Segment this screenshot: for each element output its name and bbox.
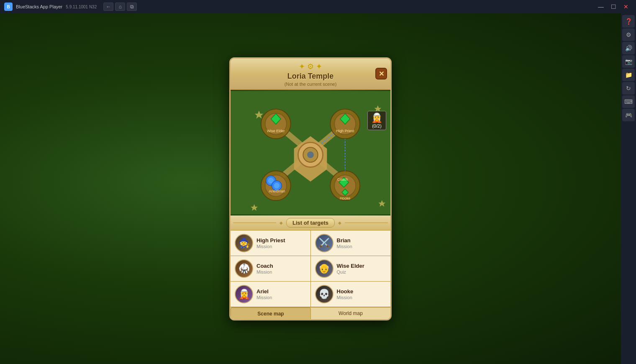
rotate-button[interactable]: ↻ bbox=[622, 82, 635, 95]
nav-controls: ← ⌂ ⧉ bbox=[103, 3, 137, 11]
target-name-wise-elder: Wise Elder bbox=[337, 263, 364, 269]
target-role-hooke: Mission bbox=[337, 295, 354, 300]
target-name-high-priest: High Priest bbox=[256, 237, 285, 244]
tab-world-map[interactable]: World map bbox=[311, 308, 390, 319]
target-avatar-high-priest: 🧙 bbox=[235, 234, 253, 252]
dialog-close-button[interactable]: ✕ bbox=[375, 68, 387, 79]
target-avatar-hooke: 💀 bbox=[315, 285, 333, 303]
settings-button[interactable]: ⚙ bbox=[622, 28, 635, 41]
svg-text:High Priest: High Priest bbox=[336, 128, 354, 133]
macro-button[interactable]: ⌨ bbox=[622, 95, 635, 108]
target-role-coach: Mission bbox=[256, 269, 273, 274]
tab-scene-map[interactable]: Scene map bbox=[231, 308, 311, 320]
diamond-right: ◆ bbox=[338, 220, 341, 225]
target-role-brian: Mission bbox=[337, 244, 352, 249]
svg-text:Hooke: Hooke bbox=[340, 196, 351, 200]
target-avatar-wise-elder: 👴 bbox=[315, 259, 333, 278]
window-controls: — ☐ ✕ bbox=[595, 3, 632, 11]
target-avatar-ariel: 🧝 bbox=[235, 285, 253, 303]
target-role-wise-elder: Quiz bbox=[337, 269, 364, 274]
svg-text:Coach: Coach bbox=[337, 177, 348, 181]
bottom-tabs: Scene mapWorld map bbox=[231, 307, 390, 319]
header-ornament: ✦ ⚙ ✦ bbox=[237, 62, 384, 71]
target-item-high-priest[interactable]: 🧙 High Priest Mission bbox=[231, 231, 310, 256]
diamond-left: ◆ bbox=[280, 220, 283, 225]
game-button[interactable]: 🎮 bbox=[622, 109, 635, 121]
temple-map-svg: Wise Elder High Priest Ariel Brian bbox=[231, 90, 390, 215]
dialog-overlay: ✦ ⚙ ✦ Loria Temple (Not at the current s… bbox=[0, 13, 621, 364]
dialog-title: Loria Temple bbox=[237, 72, 384, 81]
bluestacks-toolbar: B BlueStacks App Player 5.9.11.1001 N32 … bbox=[0, 0, 636, 13]
nav-back-button[interactable]: ← bbox=[103, 3, 113, 11]
target-name-brian: Brian bbox=[337, 237, 352, 244]
svg-text:Brian: Brian bbox=[277, 189, 285, 193]
target-name-ariel: Ariel bbox=[256, 288, 272, 295]
target-item-ariel[interactable]: 🧝 Ariel Mission bbox=[231, 282, 310, 307]
temple-map-area[interactable]: Wise Elder High Priest Ariel Brian bbox=[231, 90, 390, 215]
target-info-wise-elder: Wise Elder Quiz bbox=[337, 263, 364, 274]
folder-button[interactable]: 📁 bbox=[622, 69, 635, 81]
help-button[interactable]: ❓ bbox=[622, 15, 635, 28]
nav-copy-button[interactable]: ⧉ bbox=[127, 3, 137, 11]
right-toolbar: ❓ ⚙ 🔊 📷 📁 ↻ ⌨ 🎮 bbox=[621, 13, 636, 364]
target-item-wise-elder[interactable]: 👴 Wise Elder Quiz bbox=[311, 256, 391, 281]
counter-value: (0/2) bbox=[372, 123, 382, 128]
target-info-high-priest: High Priest Mission bbox=[256, 237, 285, 249]
nav-home-button[interactable]: ⌂ bbox=[115, 3, 125, 11]
target-info-coach: Coach Mission bbox=[256, 263, 273, 274]
svg-point-24 bbox=[274, 182, 280, 188]
app-title: BlueStacks App Player bbox=[16, 4, 62, 9]
target-role-ariel: Mission bbox=[256, 295, 272, 300]
target-role-high-priest: Mission bbox=[256, 244, 285, 249]
svg-text:Wise Elder: Wise Elder bbox=[267, 128, 285, 133]
counter-badge: 🧝 (0/2) bbox=[367, 111, 386, 130]
target-info-ariel: Ariel Mission bbox=[256, 288, 272, 300]
target-name-coach: Coach bbox=[256, 263, 273, 269]
targets-section-header: ◆ List of targets ◆ bbox=[231, 215, 390, 230]
header-line-left bbox=[233, 223, 276, 223]
targets-header-text: List of targets bbox=[286, 218, 335, 228]
minimize-button[interactable]: — bbox=[595, 3, 607, 11]
target-avatar-brian: ⚔️ bbox=[315, 234, 333, 252]
screenshot-button[interactable]: 📷 bbox=[622, 55, 635, 68]
target-avatar-coach: 🥋 bbox=[235, 259, 253, 278]
dialog-header: ✦ ⚙ ✦ Loria Temple (Not at the current s… bbox=[231, 59, 390, 90]
loria-temple-dialog: ✦ ⚙ ✦ Loria Temple (Not at the current s… bbox=[229, 57, 392, 320]
app-version: 5.9.11.1001 N32 bbox=[66, 5, 97, 9]
svg-text:Ariel: Ariel bbox=[269, 189, 277, 193]
close-window-button[interactable]: ✕ bbox=[620, 3, 632, 11]
target-item-coach[interactable]: 🥋 Coach Mission bbox=[231, 256, 310, 281]
volume-button[interactable]: 🔊 bbox=[622, 42, 635, 54]
bluestacks-logo: B bbox=[4, 3, 13, 11]
maximize-button[interactable]: ☐ bbox=[608, 3, 619, 11]
character-sprite: 🧝 bbox=[371, 113, 382, 123]
target-grid: 🧙 High Priest Mission ⚔️ Brian Mission 🥋… bbox=[231, 230, 390, 307]
target-info-brian: Brian Mission bbox=[337, 237, 352, 249]
target-item-hooke[interactable]: 💀 Hooke Mission bbox=[311, 282, 391, 307]
header-line-right bbox=[345, 223, 388, 223]
target-info-hooke: Hooke Mission bbox=[337, 288, 354, 300]
target-item-brian[interactable]: ⚔️ Brian Mission bbox=[311, 231, 391, 256]
svg-point-10 bbox=[307, 151, 314, 158]
dialog-subtitle: (Not at the current scene) bbox=[237, 82, 384, 87]
target-name-hooke: Hooke bbox=[337, 288, 354, 295]
